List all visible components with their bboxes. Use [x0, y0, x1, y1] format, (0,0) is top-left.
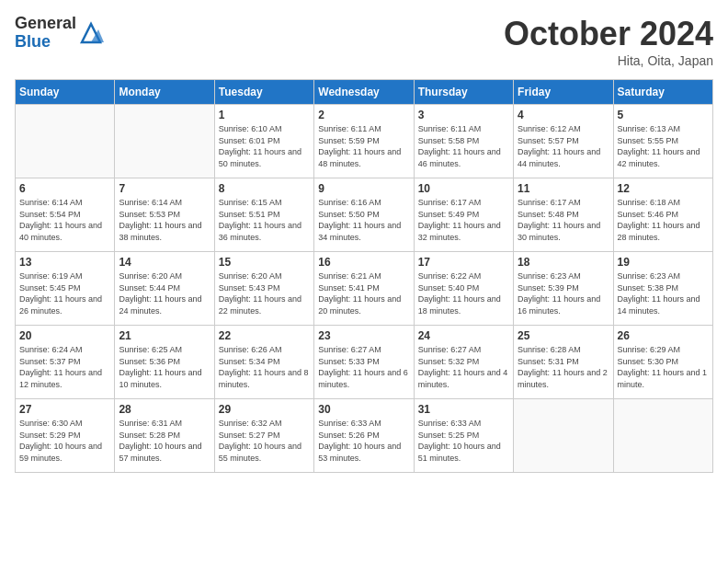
day-info: Sunrise: 6:29 AM Sunset: 5:30 PM Dayligh… [618, 344, 709, 390]
calendar-week-1: 1Sunrise: 6:10 AM Sunset: 6:01 PM Daylig… [16, 105, 713, 178]
calendar-cell: 4Sunrise: 6:12 AM Sunset: 5:57 PM Daylig… [514, 105, 613, 178]
calendar-cell: 21Sunrise: 6:25 AM Sunset: 5:36 PM Dayli… [115, 326, 214, 399]
day-number: 7 [119, 182, 210, 195]
day-number: 31 [418, 403, 509, 416]
calendar-cell: 26Sunrise: 6:29 AM Sunset: 5:30 PM Dayli… [613, 326, 712, 399]
logo: General Blue [15, 15, 104, 52]
calendar-cell: 23Sunrise: 6:27 AM Sunset: 5:33 PM Dayli… [314, 326, 414, 399]
day-info: Sunrise: 6:14 AM Sunset: 5:53 PM Dayligh… [119, 197, 210, 243]
logo-general-text: General [15, 14, 76, 32]
day-number: 10 [418, 182, 509, 195]
day-info: Sunrise: 6:10 AM Sunset: 6:01 PM Dayligh… [219, 123, 310, 169]
day-info: Sunrise: 6:13 AM Sunset: 5:55 PM Dayligh… [618, 123, 709, 169]
day-number: 27 [19, 403, 110, 416]
header-tuesday: Tuesday [214, 80, 313, 105]
day-info: Sunrise: 6:12 AM Sunset: 5:57 PM Dayligh… [518, 123, 609, 169]
day-info: Sunrise: 6:33 AM Sunset: 5:26 PM Dayligh… [318, 418, 409, 464]
calendar-cell: 18Sunrise: 6:23 AM Sunset: 5:39 PM Dayli… [514, 252, 613, 326]
header-friday: Friday [514, 80, 613, 105]
header-wednesday: Wednesday [314, 80, 414, 105]
calendar-cell: 17Sunrise: 6:22 AM Sunset: 5:40 PM Dayli… [414, 252, 513, 326]
calendar-cell: 6Sunrise: 6:14 AM Sunset: 5:54 PM Daylig… [16, 178, 115, 252]
day-number: 23 [318, 329, 409, 342]
header-sunday: Sunday [16, 80, 115, 105]
day-number: 29 [219, 403, 310, 416]
day-info: Sunrise: 6:32 AM Sunset: 5:27 PM Dayligh… [219, 418, 310, 464]
calendar-cell: 24Sunrise: 6:27 AM Sunset: 5:32 PM Dayli… [414, 326, 513, 399]
calendar-cell: 7Sunrise: 6:14 AM Sunset: 5:53 PM Daylig… [115, 178, 214, 252]
day-number: 13 [19, 256, 110, 269]
logo-icon [78, 20, 104, 46]
header-monday: Monday [115, 80, 214, 105]
calendar-cell [613, 399, 712, 473]
day-info: Sunrise: 6:33 AM Sunset: 5:25 PM Dayligh… [418, 418, 509, 464]
day-info: Sunrise: 6:21 AM Sunset: 5:41 PM Dayligh… [318, 270, 409, 316]
day-number: 20 [19, 329, 110, 342]
day-number: 28 [119, 403, 210, 416]
day-info: Sunrise: 6:23 AM Sunset: 5:38 PM Dayligh… [618, 270, 709, 316]
day-info: Sunrise: 6:24 AM Sunset: 5:37 PM Dayligh… [19, 344, 110, 390]
calendar-cell [115, 105, 214, 178]
day-number: 18 [518, 256, 609, 269]
day-number: 8 [219, 182, 310, 195]
day-info: Sunrise: 6:15 AM Sunset: 5:51 PM Dayligh… [219, 197, 310, 243]
calendar-cell: 28Sunrise: 6:31 AM Sunset: 5:28 PM Dayli… [115, 399, 214, 473]
calendar-cell: 13Sunrise: 6:19 AM Sunset: 5:45 PM Dayli… [16, 252, 115, 326]
calendar-header-row: SundayMondayTuesdayWednesdayThursdayFrid… [16, 80, 713, 105]
calendar-cell: 8Sunrise: 6:15 AM Sunset: 5:51 PM Daylig… [214, 178, 313, 252]
day-info: Sunrise: 6:20 AM Sunset: 5:44 PM Dayligh… [119, 270, 210, 316]
month-title: October 2024 [504, 15, 713, 53]
day-info: Sunrise: 6:20 AM Sunset: 5:43 PM Dayligh… [219, 270, 310, 316]
calendar-cell [514, 399, 613, 473]
day-info: Sunrise: 6:19 AM Sunset: 5:45 PM Dayligh… [19, 270, 110, 316]
calendar-cell: 3Sunrise: 6:11 AM Sunset: 5:58 PM Daylig… [414, 105, 513, 178]
day-info: Sunrise: 6:11 AM Sunset: 5:58 PM Dayligh… [418, 123, 509, 169]
calendar-table: SundayMondayTuesdayWednesdayThursdayFrid… [15, 79, 713, 473]
day-number: 19 [618, 256, 709, 269]
calendar-cell: 29Sunrise: 6:32 AM Sunset: 5:27 PM Dayli… [214, 399, 313, 473]
calendar-cell [16, 105, 115, 178]
day-number: 12 [618, 182, 709, 195]
day-info: Sunrise: 6:28 AM Sunset: 5:31 PM Dayligh… [518, 344, 609, 390]
calendar-cell: 10Sunrise: 6:17 AM Sunset: 5:49 PM Dayli… [414, 178, 513, 252]
calendar-week-2: 6Sunrise: 6:14 AM Sunset: 5:54 PM Daylig… [16, 178, 713, 252]
day-info: Sunrise: 6:17 AM Sunset: 5:48 PM Dayligh… [518, 197, 609, 243]
location: Hita, Oita, Japan [504, 53, 713, 68]
day-number: 14 [119, 256, 210, 269]
day-info: Sunrise: 6:14 AM Sunset: 5:54 PM Dayligh… [19, 197, 110, 243]
day-number: 24 [418, 329, 509, 342]
day-number: 4 [518, 109, 609, 121]
page-header: General Blue October 2024 Hita, Oita, Ja… [15, 15, 713, 68]
calendar-cell: 11Sunrise: 6:17 AM Sunset: 5:48 PM Dayli… [514, 178, 613, 252]
header-saturday: Saturday [613, 80, 712, 105]
calendar-cell: 22Sunrise: 6:26 AM Sunset: 5:34 PM Dayli… [214, 326, 313, 399]
calendar-cell: 30Sunrise: 6:33 AM Sunset: 5:26 PM Dayli… [314, 399, 414, 473]
day-info: Sunrise: 6:16 AM Sunset: 5:50 PM Dayligh… [318, 197, 409, 243]
title-area: October 2024 Hita, Oita, Japan [504, 15, 713, 68]
day-number: 16 [318, 256, 409, 269]
day-number: 25 [518, 329, 609, 342]
day-number: 11 [518, 182, 609, 195]
day-info: Sunrise: 6:25 AM Sunset: 5:36 PM Dayligh… [119, 344, 210, 390]
day-info: Sunrise: 6:23 AM Sunset: 5:39 PM Dayligh… [518, 270, 609, 316]
calendar-cell: 27Sunrise: 6:30 AM Sunset: 5:29 PM Dayli… [16, 399, 115, 473]
day-number: 1 [219, 109, 310, 121]
logo-blue-text: Blue [15, 32, 51, 51]
calendar-cell: 20Sunrise: 6:24 AM Sunset: 5:37 PM Dayli… [16, 326, 115, 399]
day-info: Sunrise: 6:31 AM Sunset: 5:28 PM Dayligh… [119, 418, 210, 464]
calendar-cell: 12Sunrise: 6:18 AM Sunset: 5:46 PM Dayli… [613, 178, 712, 252]
calendar-week-4: 20Sunrise: 6:24 AM Sunset: 5:37 PM Dayli… [16, 326, 713, 399]
calendar-cell: 15Sunrise: 6:20 AM Sunset: 5:43 PM Dayli… [214, 252, 313, 326]
day-number: 17 [418, 256, 509, 269]
day-number: 9 [318, 182, 409, 195]
day-number: 26 [618, 329, 709, 342]
day-number: 3 [418, 109, 509, 121]
day-info: Sunrise: 6:26 AM Sunset: 5:34 PM Dayligh… [219, 344, 310, 390]
calendar-week-3: 13Sunrise: 6:19 AM Sunset: 5:45 PM Dayli… [16, 252, 713, 326]
day-info: Sunrise: 6:27 AM Sunset: 5:32 PM Dayligh… [418, 344, 509, 390]
header-thursday: Thursday [414, 80, 513, 105]
day-number: 21 [119, 329, 210, 342]
day-number: 15 [219, 256, 310, 269]
day-number: 30 [318, 403, 409, 416]
day-number: 2 [318, 109, 409, 121]
